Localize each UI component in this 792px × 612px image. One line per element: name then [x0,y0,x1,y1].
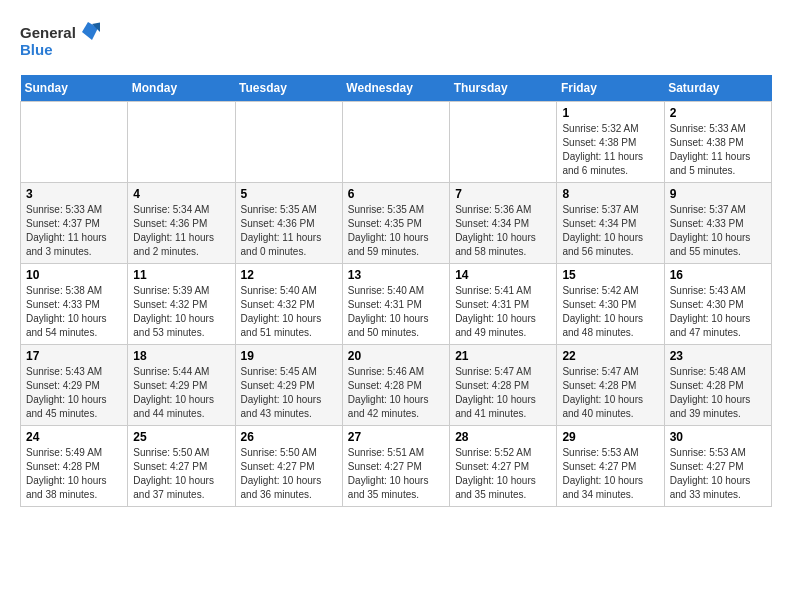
day-info: Sunrise: 5:50 AMSunset: 4:27 PMDaylight:… [133,446,229,502]
calendar-cell: 14Sunrise: 5:41 AMSunset: 4:31 PMDayligh… [450,264,557,345]
calendar-cell [450,102,557,183]
day-number: 24 [26,430,122,444]
calendar-cell: 8Sunrise: 5:37 AMSunset: 4:34 PMDaylight… [557,183,664,264]
calendar-cell: 26Sunrise: 5:50 AMSunset: 4:27 PMDayligh… [235,426,342,507]
day-number: 1 [562,106,658,120]
day-number: 5 [241,187,337,201]
weekday-header-saturday: Saturday [664,75,771,102]
calendar-cell: 27Sunrise: 5:51 AMSunset: 4:27 PMDayligh… [342,426,449,507]
calendar-cell: 5Sunrise: 5:35 AMSunset: 4:36 PMDaylight… [235,183,342,264]
day-info: Sunrise: 5:49 AMSunset: 4:28 PMDaylight:… [26,446,122,502]
day-info: Sunrise: 5:53 AMSunset: 4:27 PMDaylight:… [670,446,766,502]
svg-text:Blue: Blue [20,41,53,58]
day-number: 23 [670,349,766,363]
day-number: 15 [562,268,658,282]
day-number: 3 [26,187,122,201]
calendar-cell: 24Sunrise: 5:49 AMSunset: 4:28 PMDayligh… [21,426,128,507]
day-info: Sunrise: 5:33 AMSunset: 4:38 PMDaylight:… [670,122,766,178]
day-number: 13 [348,268,444,282]
day-info: Sunrise: 5:33 AMSunset: 4:37 PMDaylight:… [26,203,122,259]
calendar-cell: 18Sunrise: 5:44 AMSunset: 4:29 PMDayligh… [128,345,235,426]
logo: General Blue [20,20,100,65]
calendar-cell: 22Sunrise: 5:47 AMSunset: 4:28 PMDayligh… [557,345,664,426]
calendar-cell [342,102,449,183]
day-info: Sunrise: 5:41 AMSunset: 4:31 PMDaylight:… [455,284,551,340]
day-number: 30 [670,430,766,444]
day-number: 18 [133,349,229,363]
day-info: Sunrise: 5:37 AMSunset: 4:34 PMDaylight:… [562,203,658,259]
day-info: Sunrise: 5:32 AMSunset: 4:38 PMDaylight:… [562,122,658,178]
calendar-cell: 7Sunrise: 5:36 AMSunset: 4:34 PMDaylight… [450,183,557,264]
day-info: Sunrise: 5:34 AMSunset: 4:36 PMDaylight:… [133,203,229,259]
day-info: Sunrise: 5:43 AMSunset: 4:30 PMDaylight:… [670,284,766,340]
calendar-cell: 4Sunrise: 5:34 AMSunset: 4:36 PMDaylight… [128,183,235,264]
weekday-header-monday: Monday [128,75,235,102]
svg-text:General: General [20,24,76,41]
day-number: 17 [26,349,122,363]
day-number: 26 [241,430,337,444]
calendar-cell [235,102,342,183]
calendar-cell: 19Sunrise: 5:45 AMSunset: 4:29 PMDayligh… [235,345,342,426]
day-info: Sunrise: 5:38 AMSunset: 4:33 PMDaylight:… [26,284,122,340]
calendar-week-1: 1Sunrise: 5:32 AMSunset: 4:38 PMDaylight… [21,102,772,183]
calendar-cell: 9Sunrise: 5:37 AMSunset: 4:33 PMDaylight… [664,183,771,264]
calendar-week-4: 17Sunrise: 5:43 AMSunset: 4:29 PMDayligh… [21,345,772,426]
calendar-cell [21,102,128,183]
header-row: SundayMondayTuesdayWednesdayThursdayFrid… [21,75,772,102]
day-info: Sunrise: 5:42 AMSunset: 4:30 PMDaylight:… [562,284,658,340]
calendar-cell: 6Sunrise: 5:35 AMSunset: 4:35 PMDaylight… [342,183,449,264]
calendar-cell: 13Sunrise: 5:40 AMSunset: 4:31 PMDayligh… [342,264,449,345]
day-info: Sunrise: 5:46 AMSunset: 4:28 PMDaylight:… [348,365,444,421]
calendar-cell: 15Sunrise: 5:42 AMSunset: 4:30 PMDayligh… [557,264,664,345]
day-number: 6 [348,187,444,201]
weekday-header-thursday: Thursday [450,75,557,102]
day-info: Sunrise: 5:47 AMSunset: 4:28 PMDaylight:… [562,365,658,421]
day-number: 4 [133,187,229,201]
calendar-cell: 11Sunrise: 5:39 AMSunset: 4:32 PMDayligh… [128,264,235,345]
calendar-cell: 2Sunrise: 5:33 AMSunset: 4:38 PMDaylight… [664,102,771,183]
calendar-header: SundayMondayTuesdayWednesdayThursdayFrid… [21,75,772,102]
calendar-cell: 3Sunrise: 5:33 AMSunset: 4:37 PMDaylight… [21,183,128,264]
day-number: 2 [670,106,766,120]
calendar-cell: 25Sunrise: 5:50 AMSunset: 4:27 PMDayligh… [128,426,235,507]
day-info: Sunrise: 5:43 AMSunset: 4:29 PMDaylight:… [26,365,122,421]
day-info: Sunrise: 5:36 AMSunset: 4:34 PMDaylight:… [455,203,551,259]
header: General Blue [20,20,772,65]
day-number: 25 [133,430,229,444]
day-number: 20 [348,349,444,363]
calendar-cell: 28Sunrise: 5:52 AMSunset: 4:27 PMDayligh… [450,426,557,507]
calendar-cell: 12Sunrise: 5:40 AMSunset: 4:32 PMDayligh… [235,264,342,345]
weekday-header-wednesday: Wednesday [342,75,449,102]
day-info: Sunrise: 5:37 AMSunset: 4:33 PMDaylight:… [670,203,766,259]
calendar-table: SundayMondayTuesdayWednesdayThursdayFrid… [20,75,772,507]
day-info: Sunrise: 5:45 AMSunset: 4:29 PMDaylight:… [241,365,337,421]
calendar-cell: 16Sunrise: 5:43 AMSunset: 4:30 PMDayligh… [664,264,771,345]
day-number: 19 [241,349,337,363]
weekday-header-sunday: Sunday [21,75,128,102]
day-number: 11 [133,268,229,282]
logo-svg: General Blue [20,20,100,65]
calendar-cell: 30Sunrise: 5:53 AMSunset: 4:27 PMDayligh… [664,426,771,507]
weekday-header-tuesday: Tuesday [235,75,342,102]
calendar-cell: 1Sunrise: 5:32 AMSunset: 4:38 PMDaylight… [557,102,664,183]
day-number: 9 [670,187,766,201]
day-number: 7 [455,187,551,201]
day-number: 27 [348,430,444,444]
day-number: 16 [670,268,766,282]
day-number: 12 [241,268,337,282]
day-number: 29 [562,430,658,444]
day-info: Sunrise: 5:40 AMSunset: 4:31 PMDaylight:… [348,284,444,340]
calendar-week-3: 10Sunrise: 5:38 AMSunset: 4:33 PMDayligh… [21,264,772,345]
day-info: Sunrise: 5:50 AMSunset: 4:27 PMDaylight:… [241,446,337,502]
calendar-cell: 23Sunrise: 5:48 AMSunset: 4:28 PMDayligh… [664,345,771,426]
calendar-cell: 29Sunrise: 5:53 AMSunset: 4:27 PMDayligh… [557,426,664,507]
day-number: 21 [455,349,551,363]
day-info: Sunrise: 5:47 AMSunset: 4:28 PMDaylight:… [455,365,551,421]
day-info: Sunrise: 5:39 AMSunset: 4:32 PMDaylight:… [133,284,229,340]
day-number: 10 [26,268,122,282]
calendar-body: 1Sunrise: 5:32 AMSunset: 4:38 PMDaylight… [21,102,772,507]
day-number: 14 [455,268,551,282]
day-info: Sunrise: 5:44 AMSunset: 4:29 PMDaylight:… [133,365,229,421]
day-info: Sunrise: 5:35 AMSunset: 4:36 PMDaylight:… [241,203,337,259]
day-info: Sunrise: 5:53 AMSunset: 4:27 PMDaylight:… [562,446,658,502]
